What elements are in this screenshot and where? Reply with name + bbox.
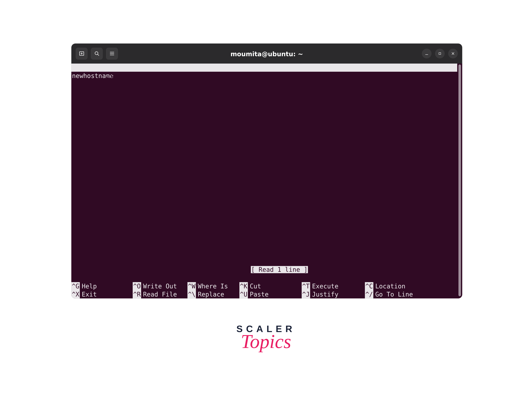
minimize-icon [425, 51, 429, 55]
nano-status-text: [ Read 1 line ] [251, 266, 308, 273]
maximize-button[interactable] [435, 49, 445, 58]
window-title: moumita@ubuntu: ~ [71, 50, 462, 58]
shortcut-replace: ^\Replace [187, 290, 239, 298]
shortcut-location: ^CLocation [365, 282, 431, 290]
shortcut-row-1: ^GHelp ^OWrite Out ^WWhere Is ^KCut ^TEx… [71, 282, 457, 290]
shortcut-row-2: ^XExit ^RRead File ^\Replace ^UPaste ^JJ… [71, 290, 457, 298]
search-button[interactable] [91, 48, 103, 60]
maximize-icon [438, 52, 442, 55]
branding-logo: SCALER Topics [236, 324, 296, 353]
branding-line2: Topics [236, 330, 296, 353]
search-icon [94, 50, 100, 56]
shortcut-read-file: ^RRead File [133, 290, 187, 298]
terminal-content[interactable]: GNU nano 6.2 /etc/hostname newhostname [… [71, 64, 457, 298]
svg-line-4 [98, 54, 99, 55]
nano-filename: /etc/hostname [71, 80, 457, 88]
menu-button[interactable] [106, 48, 118, 60]
shortcut-exit: ^XExit [71, 290, 133, 298]
scrollbar[interactable] [457, 64, 462, 298]
titlebar: moumita@ubuntu: ~ [71, 44, 462, 64]
shortcut-write-out: ^OWrite Out [133, 282, 187, 290]
shortcut-paste: ^UPaste [239, 290, 302, 298]
shortcut-cut: ^KCut [239, 282, 302, 290]
terminal-body: GNU nano 6.2 /etc/hostname newhostname [… [71, 64, 462, 298]
shortcut-go-to-line: ^/Go To Line [365, 290, 431, 298]
hamburger-icon [109, 51, 115, 56]
close-icon [451, 51, 455, 55]
svg-rect-9 [439, 53, 441, 55]
nano-titlebar: GNU nano 6.2 /etc/hostname [71, 64, 457, 72]
shortcut-execute: ^TExecute [302, 282, 365, 290]
shortcut-justify: ^JJustify [302, 290, 365, 298]
terminal-window: moumita@ubuntu: ~ [71, 44, 462, 298]
nano-status-line: [ Read 1 line ] [71, 257, 457, 282]
nano-shortcut-bar: ^GHelp ^OWrite Out ^WWhere Is ^KCut ^TEx… [71, 282, 457, 298]
close-button[interactable] [448, 49, 458, 58]
titlebar-left-controls [76, 48, 87, 60]
scrollbar-thumb[interactable] [458, 65, 461, 296]
shortcut-where-is: ^WWhere Is [187, 282, 239, 290]
shortcut-help: ^GHelp [71, 282, 133, 290]
minimize-button[interactable] [422, 49, 432, 58]
new-tab-button[interactable] [76, 48, 87, 60]
nano-app-name: GNU nano 6.2 [105, 72, 151, 79]
new-tab-icon [79, 50, 85, 57]
